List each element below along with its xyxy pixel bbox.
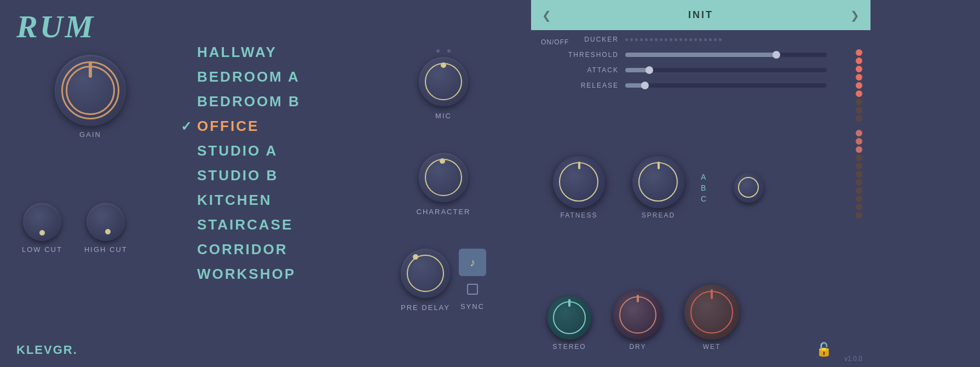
- app-logo: RUM: [16, 11, 95, 43]
- ducker-row: DUCKER: [564, 36, 827, 43]
- room-hallway[interactable]: HALLWAY: [197, 44, 301, 61]
- room-bedroom-b[interactable]: BEDROOM B: [197, 93, 301, 110]
- room-list: HALLWAY BEDROOM A BEDROOM B ✓ OFFICE STU…: [197, 44, 301, 283]
- main-container: RUM KLEVGR. GAIN LOW CUT HIGH: [0, 0, 980, 367]
- spread-knob[interactable]: [632, 156, 684, 208]
- preset-name: INIT: [688, 9, 713, 21]
- ducker-dot: [660, 38, 662, 41]
- vu-dot: [856, 66, 862, 72]
- gain-knob[interactable]: [55, 55, 126, 126]
- small-abc-knob-section: [734, 173, 764, 203]
- filter-knobs-row: LOW CUT HIGH CUT: [22, 203, 128, 254]
- vu-dot: [856, 58, 862, 64]
- vu-dot: [856, 130, 862, 136]
- character-section: CHARACTER: [417, 153, 471, 216]
- spread-label: SPREAD: [642, 211, 675, 219]
- spread-section: SPREAD: [632, 156, 684, 219]
- mic-knob[interactable]: [419, 57, 468, 106]
- ducker-dot: [630, 38, 633, 41]
- stereo-knob[interactable]: [547, 296, 591, 340]
- fatness-spread-row: FATNESS SPREAD A B C: [553, 156, 764, 219]
- sync-checkbox[interactable]: [467, 284, 478, 295]
- dry-knob[interactable]: [613, 290, 662, 340]
- lock-icon[interactable]: 🔓: [816, 342, 832, 357]
- ducker-section: DUCKER: [564, 36, 827, 97]
- abc-a[interactable]: A: [701, 173, 706, 181]
- low-cut-knob[interactable]: [23, 203, 61, 241]
- sync-controls: ♪ SYNC: [459, 249, 486, 311]
- vu-dot: [856, 82, 862, 89]
- fatness-knob[interactable]: [553, 156, 605, 208]
- center-panel: MIC CHARACTER PRE DELAY ♪ SYNC: [372, 0, 515, 367]
- room-bedroom-a[interactable]: BEDROOM A: [197, 68, 301, 85]
- predelay-area: PRE DELAY ♪ SYNC: [401, 249, 486, 312]
- vu-dot: [856, 154, 862, 161]
- mic-section: MIC: [419, 49, 468, 120]
- room-workshop[interactable]: WORKSHOP: [197, 266, 301, 283]
- room-office[interactable]: ✓ OFFICE: [197, 118, 301, 135]
- vu-dot: [856, 90, 862, 97]
- wet-knob[interactable]: [684, 285, 739, 340]
- pre-delay-knob[interactable]: [401, 249, 450, 298]
- vu-dot: [856, 187, 862, 194]
- abc-b[interactable]: B: [701, 184, 706, 192]
- abc-selector: A B C: [701, 173, 706, 203]
- room-staircase[interactable]: STAIRCASE: [197, 216, 301, 233]
- wet-label: WET: [703, 343, 721, 351]
- prev-preset-button[interactable]: ❮: [542, 9, 551, 22]
- ducker-dot: [679, 38, 682, 41]
- ducker-label: DUCKER: [564, 36, 619, 43]
- vu-dot: [856, 179, 862, 186]
- ducker-dot: [714, 38, 717, 41]
- character-knob[interactable]: [419, 153, 468, 202]
- sync-music-button[interactable]: ♪: [459, 249, 486, 276]
- ducker-dot: [675, 38, 677, 41]
- mic-dot-left: [436, 49, 440, 53]
- attack-slider[interactable]: [625, 68, 827, 72]
- vu-dot: [856, 204, 862, 210]
- abc-c[interactable]: C: [701, 194, 706, 203]
- attack-row: ATTACK: [564, 66, 827, 74]
- gain-label: GAIN: [79, 130, 101, 139]
- dry-section: DRY: [613, 290, 662, 351]
- release-slider[interactable]: [625, 83, 827, 88]
- room-corridor[interactable]: CORRIDOR: [197, 241, 301, 258]
- vu-meter: [856, 49, 862, 219]
- ducker-dot: [670, 38, 672, 41]
- threshold-row: THRESHOLD: [564, 51, 827, 59]
- brand-label: KLEVGR.: [16, 343, 78, 357]
- ducker-dot: [665, 38, 667, 41]
- preset-bar: ❮ INIT ❯: [531, 0, 871, 30]
- vu-dot: [856, 146, 862, 153]
- high-cut-knob[interactable]: [87, 203, 125, 241]
- vu-dot: [856, 171, 862, 177]
- vu-dot: [856, 115, 862, 122]
- release-row: RELEASE: [564, 82, 827, 89]
- ducker-dot: [694, 38, 697, 41]
- fatness-label: FATNESS: [561, 211, 598, 219]
- room-studio-a[interactable]: STUDIO A: [197, 142, 301, 159]
- gain-section: GAIN: [55, 55, 126, 139]
- high-cut-label: HIGH CUT: [84, 245, 128, 254]
- character-label: CHARACTER: [417, 208, 471, 216]
- ducker-dot: [704, 38, 707, 41]
- active-checkmark: ✓: [181, 119, 193, 134]
- vu-dot: [856, 99, 862, 105]
- sync-label: SYNC: [460, 302, 485, 311]
- high-cut-section: HIGH CUT: [84, 203, 128, 254]
- threshold-slider[interactable]: [625, 53, 827, 57]
- fatness-section: FATNESS: [553, 156, 605, 219]
- vu-dot: [856, 212, 862, 219]
- release-label: RELEASE: [564, 82, 619, 89]
- room-studio-b[interactable]: STUDIO B: [197, 167, 301, 184]
- vu-dot: [856, 74, 862, 81]
- ducker-dot: [699, 38, 702, 41]
- ducker-dot: [719, 38, 722, 41]
- right-panel: ❮ INIT ❯ ON/OFF DUCKER: [531, 0, 871, 367]
- dry-label: DRY: [629, 343, 646, 351]
- next-preset-button[interactable]: ❯: [850, 9, 860, 22]
- mic-dot-right: [447, 49, 451, 53]
- small-abc-knob[interactable]: [734, 173, 764, 203]
- room-kitchen[interactable]: KITCHEN: [197, 192, 301, 209]
- ducker-dot: [645, 38, 648, 41]
